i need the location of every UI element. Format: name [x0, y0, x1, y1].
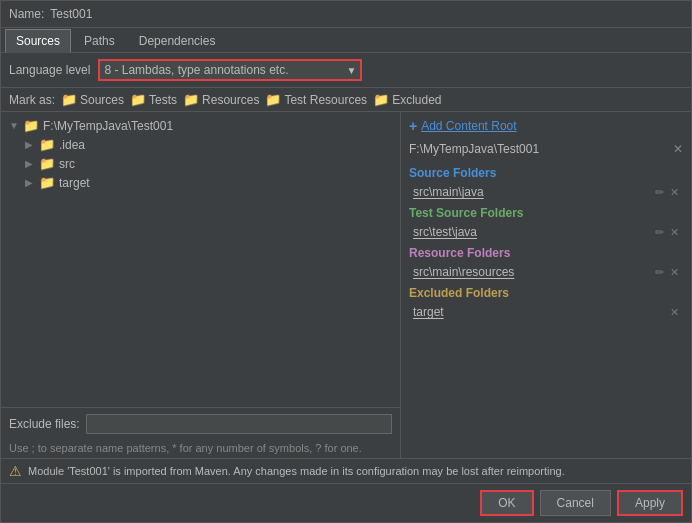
test-source-path-entry: src\test\java ✏ ✕ — [409, 224, 683, 240]
tree-node-idea[interactable]: ▶ 📁 .idea — [1, 135, 400, 154]
exclude-row: Exclude files: — [1, 407, 400, 440]
source-remove-icon[interactable]: ✕ — [670, 186, 679, 199]
source-path-actions: ✏ ✕ — [655, 186, 679, 199]
resource-remove-icon[interactable]: ✕ — [670, 266, 679, 279]
mark-resources[interactable]: 📁 Resources — [183, 92, 259, 107]
test-resources-folder-icon: 📁 — [265, 92, 281, 107]
resource-path-actions: ✏ ✕ — [655, 266, 679, 279]
idea-expand-icon[interactable]: ▶ — [25, 139, 35, 150]
target-label: target — [59, 176, 90, 190]
src-label: src — [59, 157, 75, 171]
module-settings-dialog: Name: Test001 Sources Paths Dependencies… — [0, 0, 692, 523]
warning-text: Module 'Test001' is imported from Maven.… — [28, 465, 565, 477]
src-expand-icon[interactable]: ▶ — [25, 158, 35, 169]
src-folder-icon: 📁 — [39, 156, 55, 171]
right-panel: + Add Content Root F:\MyTempJava\Test001… — [401, 112, 691, 458]
exclude-input[interactable] — [86, 414, 392, 434]
excluded-remove-icon[interactable]: ✕ — [670, 306, 679, 319]
mark-resources-label: Resources — [202, 93, 259, 107]
excluded-folder-icon: 📁 — [373, 92, 389, 107]
mark-excluded[interactable]: 📁 Excluded — [373, 92, 441, 107]
resource-edit-icon[interactable]: ✏ — [655, 266, 664, 279]
tree-node-src[interactable]: ▶ 📁 src — [1, 154, 400, 173]
mark-test-resources-label: Test Resources — [284, 93, 367, 107]
excluded-path-entry: target ✕ — [409, 304, 683, 320]
source-path-entry: src\main\java ✏ ✕ — [409, 184, 683, 200]
resource-path-entry: src\main\resources ✏ ✕ — [409, 264, 683, 280]
apply-button[interactable]: Apply — [617, 490, 683, 516]
root-path-row: F:\MyTempJava\Test001 ✕ — [409, 140, 683, 158]
language-select-wrapper: 8 - Lambdas, type annotations etc. 11 - … — [98, 59, 362, 81]
tab-dependencies[interactable]: Dependencies — [128, 29, 227, 53]
left-panel: ▼ 📁 F:\MyTempJava\Test001 ▶ 📁 .idea ▶ 📁 — [1, 112, 401, 458]
excluded-path-text: target — [413, 305, 444, 319]
mark-tests[interactable]: 📁 Tests — [130, 92, 177, 107]
tree-node-target[interactable]: ▶ 📁 target — [1, 173, 400, 192]
resources-folder-icon: 📁 — [183, 92, 199, 107]
test-source-path-text: src\test\java — [413, 225, 477, 239]
tab-sources[interactable]: Sources — [5, 29, 71, 53]
language-row: Language level 8 - Lambdas, type annotat… — [1, 53, 691, 88]
idea-label: .idea — [59, 138, 85, 152]
language-level-select[interactable]: 8 - Lambdas, type annotations etc. 11 - … — [100, 61, 360, 79]
name-label: Name: — [9, 7, 44, 21]
ok-button[interactable]: OK — [480, 490, 533, 516]
main-content: ▼ 📁 F:\MyTempJava\Test001 ▶ 📁 .idea ▶ 📁 — [1, 112, 691, 458]
test-source-edit-icon[interactable]: ✏ — [655, 226, 664, 239]
bottom-bar: OK Cancel Apply — [1, 483, 691, 522]
target-expand-icon[interactable]: ▶ — [25, 177, 35, 188]
root-expand-icon[interactable]: ▼ — [9, 120, 19, 131]
mark-sources[interactable]: 📁 Sources — [61, 92, 124, 107]
test-source-remove-icon[interactable]: ✕ — [670, 226, 679, 239]
root-path-text: F:\MyTempJava\Test001 — [409, 142, 539, 156]
add-content-root-label: Add Content Root — [421, 119, 516, 133]
name-row: Name: Test001 — [1, 1, 691, 28]
idea-folder-icon: 📁 — [39, 137, 55, 152]
test-source-path-actions: ✏ ✕ — [655, 226, 679, 239]
help-text: Use ; to separate name patterns, * for a… — [1, 440, 400, 458]
source-edit-icon[interactable]: ✏ — [655, 186, 664, 199]
tab-paths[interactable]: Paths — [73, 29, 126, 53]
source-folders-title: Source Folders — [409, 166, 683, 180]
add-content-root-button[interactable]: + Add Content Root — [409, 118, 683, 134]
add-icon: + — [409, 118, 417, 134]
language-label: Language level — [9, 63, 90, 77]
exclude-label: Exclude files: — [9, 417, 80, 431]
sources-folder-icon: 📁 — [61, 92, 77, 107]
excluded-path-actions: ✕ — [670, 306, 679, 319]
tabs-row: Sources Paths Dependencies — [1, 28, 691, 53]
tree-area: ▼ 📁 F:\MyTempJava\Test001 ▶ 📁 .idea ▶ 📁 — [1, 112, 400, 407]
mark-sources-label: Sources — [80, 93, 124, 107]
mark-excluded-label: Excluded — [392, 93, 441, 107]
excluded-folders-title: Excluded Folders — [409, 286, 683, 300]
root-folder-icon: 📁 — [23, 118, 39, 133]
resource-folders-title: Resource Folders — [409, 246, 683, 260]
module-name: Test001 — [50, 7, 683, 21]
resource-path-text: src\main\resources — [413, 265, 514, 279]
root-path: F:\MyTempJava\Test001 — [43, 119, 173, 133]
target-folder-icon: 📁 — [39, 175, 55, 190]
test-source-folders-title: Test Source Folders — [409, 206, 683, 220]
language-select-inner: 8 - Lambdas, type annotations etc. 11 - … — [100, 61, 360, 79]
tests-folder-icon: 📁 — [130, 92, 146, 107]
mark-tests-label: Tests — [149, 93, 177, 107]
source-path-text: src\main\java — [413, 185, 484, 199]
cancel-button[interactable]: Cancel — [540, 490, 611, 516]
mark-as-row: Mark as: 📁 Sources 📁 Tests 📁 Resources 📁… — [1, 88, 691, 112]
content-area: Language level 8 - Lambdas, type annotat… — [1, 53, 691, 458]
root-remove-icon[interactable]: ✕ — [673, 142, 683, 156]
warning-icon: ⚠ — [9, 463, 22, 479]
tree-root: ▼ 📁 F:\MyTempJava\Test001 — [1, 116, 400, 135]
mark-test-resources[interactable]: 📁 Test Resources — [265, 92, 367, 107]
mark-as-label: Mark as: — [9, 93, 55, 107]
warning-row: ⚠ Module 'Test001' is imported from Mave… — [1, 458, 691, 483]
